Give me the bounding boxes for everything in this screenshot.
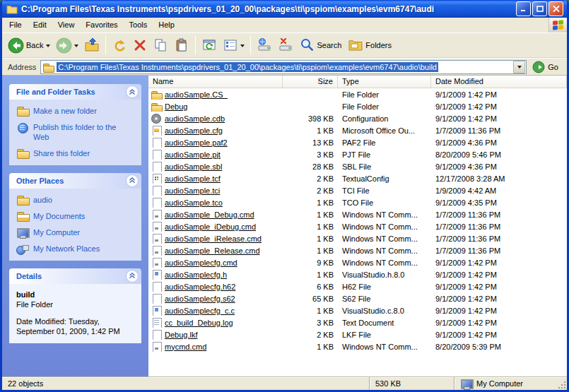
close-button[interactable] [549, 1, 563, 16]
delete-button[interactable] [130, 36, 150, 54]
file-name[interactable]: audioSamplecfg_c.c [165, 307, 235, 315]
file-name[interactable]: audioSample_Release.cmd [165, 247, 260, 255]
file-name[interactable]: audioSample.paf2 [165, 138, 228, 147]
file-name[interactable]: mycmd.cmd [165, 343, 206, 351]
file-name[interactable]: Debug.lkf [165, 331, 197, 339]
file-row[interactable]: audioSample_Debug.cmd 1 KB Windows NT Co… [148, 208, 567, 220]
file-folder-tasks-header[interactable]: File and Folder Tasks [9, 84, 141, 100]
file-name[interactable]: audioSamplecfg.h [165, 271, 227, 279]
refresh-button[interactable] [199, 35, 220, 55]
forward-button[interactable] [53, 35, 81, 56]
column-header-date-modified[interactable]: Date Modified [431, 76, 567, 88]
title-bar[interactable]: C:\Program Files\Texas Instruments\pspdr… [2, 0, 567, 18]
file-row[interactable]: audioSample.cfg 1 KB Microsoft Office Ou… [148, 124, 567, 136]
column-header-type[interactable]: Type [338, 76, 431, 88]
file-date: 9/1/2009 1:42 PM [431, 114, 567, 123]
other-place-link[interactable]: My Network Places [16, 244, 134, 254]
file-row[interactable]: Debug.lkf 2 KB LKF File 9/1/2009 1:42 PM [148, 328, 567, 340]
file-row[interactable]: audioSamplecfg_c.c 1 KB VisualStudio.c.8… [148, 304, 567, 316]
file-row[interactable]: audioSample.CS_ File Folder 9/1/2009 1:4… [148, 88, 567, 100]
folders-button[interactable]: Folders [345, 35, 395, 55]
other-place-link[interactable]: My Documents [16, 211, 134, 222]
file-row[interactable]: audioSample_Release.cmd 1 KB Windows NT … [148, 244, 567, 256]
map-drive-button[interactable] [254, 35, 275, 55]
window-folder-icon[interactable] [6, 4, 18, 14]
copy-button[interactable] [150, 35, 171, 55]
column-header-name[interactable]: Name [148, 76, 283, 88]
menu-help[interactable]: Help [153, 18, 180, 32]
file-row[interactable]: audioSamplecfg.h 1 KB VisualStudio.h.8.0… [148, 268, 567, 280]
file-name[interactable]: audioSample_iRelease.cmd [165, 234, 262, 243]
file-icon [151, 210, 162, 220]
file-row[interactable]: audioSamplecfg.s62 65 KB S62 File 9/1/20… [148, 292, 567, 304]
file-name[interactable]: audioSample.CS_ [165, 90, 228, 99]
paste-button[interactable] [171, 35, 192, 55]
minimize-button[interactable] [516, 1, 531, 16]
file-row[interactable]: audioSamplecfg.cmd 9 KB Windows NT Comm.… [148, 256, 567, 268]
address-dropdown-button[interactable] [513, 61, 525, 73]
details-header[interactable]: Details [9, 268, 141, 284]
file-row[interactable]: audioSample.tco 1 KB TCO File 9/1/2009 4… [148, 196, 567, 208]
menu-view[interactable]: View [52, 18, 81, 32]
file-row[interactable]: mycmd.cmd 1 KB Windows NT Comm... 8/20/2… [148, 340, 567, 352]
back-button[interactable]: Back [5, 35, 53, 56]
file-row[interactable]: cc_build_Debug.log 3 KB Text Document 9/… [148, 316, 567, 328]
task-link[interactable]: Make a new folder [16, 106, 134, 117]
views-button[interactable] [220, 35, 247, 55]
menu-tools[interactable]: Tools [124, 18, 153, 32]
task-icon [16, 148, 29, 159]
collapse-chevron-icon[interactable] [126, 270, 139, 283]
address-input[interactable]: C:\Program Files\Texas Instruments\pspdr… [40, 60, 527, 74]
file-name[interactable]: audioSample.tcf [165, 174, 221, 183]
file-row[interactable]: audioSample.tci 2 KB TCI File 1/9/2009 4… [148, 184, 567, 196]
up-button[interactable] [81, 35, 102, 55]
column-header-size[interactable]: Size [283, 76, 338, 88]
task-link[interactable]: Publish this folder to the Web [16, 122, 134, 143]
file-name-cell: mycmd.cmd [148, 342, 283, 352]
file-name[interactable]: audioSample.tci [165, 186, 220, 195]
other-places-header[interactable]: Other Places [9, 173, 141, 189]
resize-grip[interactable] [557, 380, 565, 388]
file-name[interactable]: audioSample_Debug.cmd [165, 210, 254, 219]
file-name[interactable]: audioSamplecfg.cmd [165, 259, 237, 267]
file-row[interactable]: audioSample_iDebug.cmd 1 KB Windows NT C… [148, 220, 567, 232]
file-row[interactable]: Debug File Folder 9/1/2009 1:42 PM [148, 100, 567, 112]
file-type: TextualConfig [338, 174, 431, 183]
file-name[interactable]: audioSample.sbl [165, 162, 222, 171]
collapse-chevron-icon[interactable] [126, 85, 139, 98]
search-button[interactable]: Search [296, 35, 345, 55]
file-name[interactable]: audioSample.pjt [165, 150, 221, 159]
disconnect-drive-button[interactable] [275, 35, 296, 55]
file-row[interactable]: audioSample.paf2 13 KB PAF2 File 9/1/200… [148, 136, 567, 148]
file-row[interactable]: audioSample.tcf 2 KB TextualConfig 12/17… [148, 172, 567, 184]
file-date: 1/7/2009 11:36 PM [431, 234, 567, 243]
file-name-cell: cc_build_Debug.log [148, 318, 283, 328]
file-row[interactable]: audioSamplecfg.h62 6 KB H62 File 9/1/200… [148, 280, 567, 292]
other-place-link[interactable]: audio [16, 195, 134, 206]
file-name[interactable]: Debug [165, 102, 187, 111]
forward-dropdown-icon[interactable] [74, 44, 78, 49]
file-row[interactable]: audioSample.cdb 398 KB Configuration 9/1… [148, 112, 567, 124]
file-row[interactable]: audioSample.sbl 28 KB SBL File 9/1/2009 … [148, 160, 567, 172]
file-type: PAF2 File [338, 138, 431, 147]
collapse-chevron-icon[interactable] [126, 174, 139, 187]
task-link[interactable]: Share this folder [16, 148, 134, 159]
other-place-link[interactable]: My Computer [16, 227, 134, 238]
file-row[interactable]: audioSample.pjt 3 KB PJT File 8/20/2009 … [148, 148, 567, 160]
menu-file[interactable]: File [4, 18, 28, 32]
menu-favorites[interactable]: Favorites [80, 18, 123, 32]
undo-button[interactable] [109, 35, 130, 55]
menu-edit[interactable]: Edit [28, 18, 52, 32]
file-name[interactable]: audioSample.cdb [165, 114, 225, 123]
file-name[interactable]: audioSample.cfg [165, 126, 223, 135]
maximize-button[interactable] [532, 1, 547, 16]
file-name[interactable]: audioSamplecfg.s62 [165, 295, 235, 303]
back-dropdown-icon[interactable] [46, 44, 50, 49]
file-name[interactable]: audioSample.tco [165, 198, 223, 207]
file-row[interactable]: audioSample_iRelease.cmd 1 KB Windows NT… [148, 232, 567, 244]
file-name[interactable]: audioSample_iDebug.cmd [165, 222, 256, 231]
go-button[interactable]: Go [531, 61, 563, 73]
file-name[interactable]: cc_build_Debug.log [165, 319, 233, 327]
views-dropdown-icon[interactable] [240, 44, 245, 49]
file-name[interactable]: audioSamplecfg.h62 [165, 283, 235, 291]
